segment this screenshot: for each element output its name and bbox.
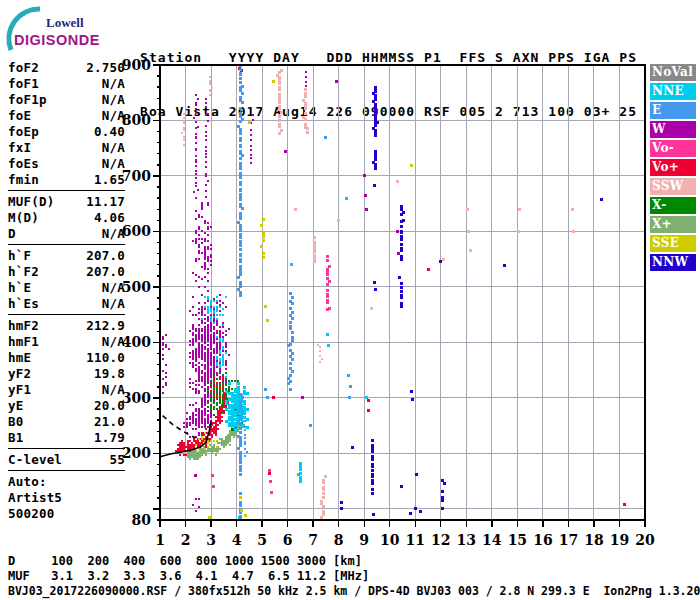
echo-point [222, 338, 224, 340]
echo-point [223, 442, 225, 444]
echo-point [183, 122, 185, 124]
echo-point [347, 374, 350, 377]
echo-point [222, 362, 224, 364]
echo-point [222, 358, 224, 360]
echo-point [179, 448, 181, 450]
echo-point [239, 188, 242, 191]
echo-point [187, 446, 189, 448]
echo-point [398, 276, 401, 279]
echo-point [209, 434, 211, 436]
echo-point [219, 354, 221, 356]
echo-point [272, 396, 275, 399]
echo-point [289, 380, 292, 383]
echo-point [187, 452, 189, 454]
echo-point [211, 446, 213, 448]
echo-point [195, 173, 197, 175]
echo-point [322, 479, 325, 482]
echo-point [239, 236, 242, 239]
echo-point [207, 344, 209, 346]
echo-point [177, 448, 179, 450]
echo-point [337, 219, 340, 222]
echo-point [210, 340, 212, 342]
echo-point [219, 442, 221, 444]
echo-point [222, 376, 224, 378]
echo-point [213, 332, 215, 334]
echo-point [201, 350, 203, 352]
echo-point [195, 392, 197, 394]
echo-point [222, 378, 224, 380]
echo-point [201, 204, 203, 206]
echo-point [213, 390, 215, 392]
echo-point [205, 173, 207, 175]
echo-point [183, 144, 185, 146]
echo-point [322, 492, 325, 495]
echo-point [237, 412, 240, 415]
echo-point [205, 135, 207, 137]
echo-point [207, 226, 209, 228]
echo-point [201, 440, 203, 442]
echo-point [204, 340, 206, 342]
echo-point [237, 409, 240, 412]
echo-point [219, 412, 221, 414]
echo-point [320, 500, 323, 503]
echo-point [198, 356, 200, 358]
echo-point [250, 149, 252, 151]
echo-point [222, 314, 224, 316]
echo-point [291, 336, 294, 339]
echo-point [216, 386, 218, 388]
echo-point [213, 402, 215, 404]
x-axis-label: 3 [206, 532, 216, 548]
echo-point [219, 362, 221, 364]
echo-point [239, 504, 242, 507]
echo-point [289, 355, 292, 358]
echo-point [195, 170, 197, 172]
echo-point [189, 422, 191, 424]
echo-point [239, 240, 242, 243]
echo-point [228, 380, 230, 382]
echo-point [219, 346, 221, 348]
echo-point [201, 278, 203, 280]
x-axis-label: 8 [334, 532, 344, 548]
echo-point [198, 438, 200, 440]
echo-point [217, 410, 219, 412]
echo-point [322, 513, 325, 516]
echo-point [201, 426, 203, 428]
echo-point [243, 424, 245, 426]
echo-point [207, 352, 209, 354]
parameter-label: foF1 [8, 76, 39, 92]
echo-point [198, 336, 200, 338]
echo-point [371, 479, 374, 482]
echo-point [215, 450, 217, 452]
echo-point [204, 266, 206, 268]
echo-point [219, 396, 221, 398]
echo-point [217, 448, 219, 450]
echo-point [193, 446, 195, 448]
echo-point [239, 496, 242, 499]
echo-point [201, 312, 203, 314]
echo-point [228, 388, 230, 390]
parameter-row: foF1pN/A [8, 92, 125, 108]
echo-point [215, 454, 217, 456]
echo-point [222, 382, 224, 384]
echo-point [195, 258, 197, 260]
echo-point [400, 238, 403, 241]
echo-point [284, 150, 287, 153]
parameter-label: h`E [8, 280, 31, 296]
echo-point [204, 308, 206, 310]
echo-point [195, 94, 197, 96]
echo-point [327, 344, 330, 347]
echo-point [201, 434, 203, 436]
parameter-row: foEp0.40 [8, 124, 125, 140]
echo-point [210, 416, 212, 418]
echo-point [195, 218, 197, 220]
echo-point [234, 410, 237, 413]
echo-point [204, 364, 206, 366]
echo-point [278, 119, 281, 122]
parameter-row: C-level55 [8, 452, 125, 468]
echo-point [324, 136, 327, 139]
echo-point [201, 420, 203, 422]
echo-point [239, 393, 242, 396]
echo-point [250, 162, 252, 164]
echo-point [195, 161, 197, 163]
echo-point [219, 344, 221, 346]
